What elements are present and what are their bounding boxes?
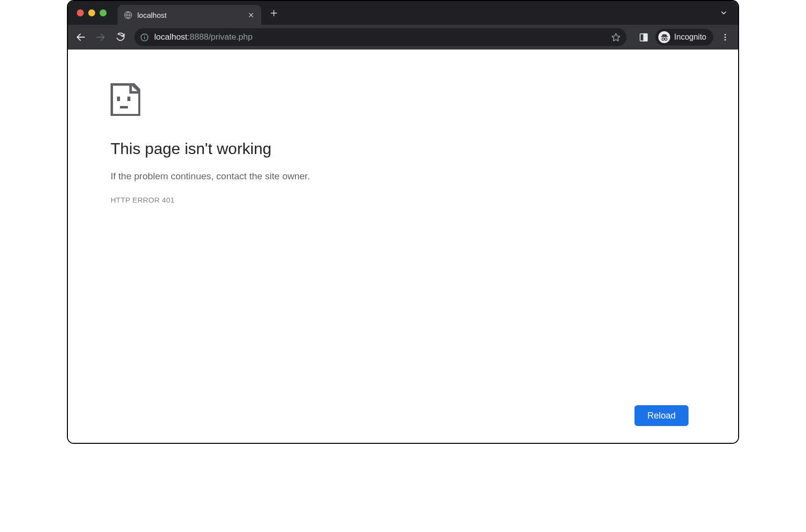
error-message: If the problem continues, contact the si… — [111, 171, 413, 182]
back-button[interactable] — [72, 28, 90, 46]
tab-title: localhost — [137, 11, 241, 19]
window-minimize-button[interactable] — [88, 9, 95, 16]
svg-rect-6 — [643, 34, 647, 41]
url-host: localhost — [154, 32, 187, 42]
page-viewport: This page isn't working If the problem c… — [68, 50, 738, 443]
svg-point-9 — [664, 38, 667, 40]
site-info-icon[interactable] — [138, 31, 150, 43]
forward-button[interactable] — [92, 28, 110, 46]
globe-icon — [123, 10, 132, 19]
close-tab-button[interactable] — [246, 10, 255, 19]
address-bar[interactable]: localhost:8888/private.php — [134, 28, 627, 46]
sad-file-icon — [111, 83, 413, 116]
window-close-button[interactable] — [77, 9, 84, 16]
browser-toolbar: localhost:8888/private.php — [68, 25, 738, 50]
incognito-indicator[interactable]: Incognito — [655, 29, 713, 46]
svg-point-11 — [725, 37, 726, 38]
tab-strip: localhost — [68, 1, 738, 25]
incognito-icon — [658, 31, 670, 43]
svg-rect-14 — [127, 97, 130, 101]
svg-rect-13 — [117, 97, 120, 101]
svg-point-10 — [725, 34, 726, 35]
svg-point-12 — [725, 39, 726, 41]
window-maximize-button[interactable] — [100, 9, 107, 16]
tab-search-dropdown[interactable] — [717, 6, 730, 19]
svg-rect-7 — [661, 36, 668, 37]
side-panel-icon[interactable] — [634, 28, 652, 46]
error-page: This page isn't working If the problem c… — [111, 83, 413, 204]
url-text[interactable]: localhost:8888/private.php — [154, 32, 605, 42]
svg-marker-4 — [612, 33, 620, 41]
error-code: HTTP ERROR 401 — [111, 196, 413, 204]
svg-point-8 — [662, 38, 664, 40]
new-tab-button[interactable] — [265, 4, 282, 21]
svg-point-3 — [144, 35, 144, 36]
browser-tab[interactable]: localhost — [117, 5, 261, 25]
incognito-label: Incognito — [674, 33, 706, 42]
kebab-menu-icon[interactable] — [716, 28, 734, 46]
error-title: This page isn't working — [111, 140, 413, 158]
window-traffic-lights — [77, 9, 107, 16]
reload-button-toolbar[interactable] — [112, 28, 129, 46]
url-path: :8888/private.php — [187, 32, 252, 42]
svg-rect-15 — [120, 106, 128, 108]
bookmark-star-icon[interactable] — [609, 30, 623, 44]
reload-button[interactable]: Reload — [634, 405, 689, 426]
